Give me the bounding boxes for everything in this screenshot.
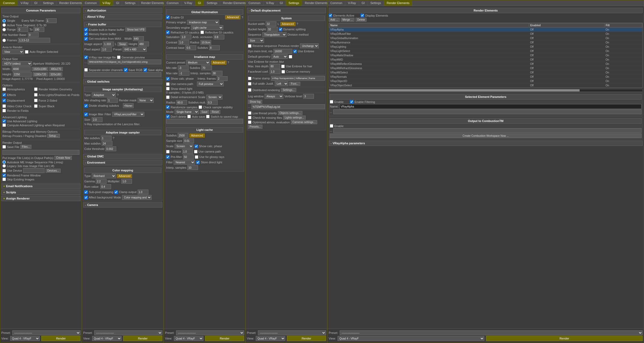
height-input[interactable] (13, 72, 32, 77)
table-row[interactable]: VRayIlluminance Off On (329, 40, 642, 45)
lc-scale-select[interactable]: Screen (175, 144, 193, 149)
devices-btn[interactable]: Devices... (46, 169, 61, 173)
save-path-input[interactable] (2, 150, 79, 155)
tab-render-elements-3[interactable]: Render Elements (220, 0, 249, 6)
bucket-width-input[interactable] (266, 21, 276, 26)
delete-btn[interactable]: Delete (356, 18, 367, 22)
raw-path-input[interactable] (88, 60, 161, 64)
check-missing-check[interactable] (248, 116, 251, 119)
max-tree-input[interactable] (269, 64, 280, 69)
display-elements-check[interactable] (361, 14, 364, 17)
contrast-base-input[interactable] (185, 45, 196, 50)
dist-settings-btn[interactable]: Settings... (281, 88, 296, 92)
render-btn-3[interactable]: Render (205, 336, 244, 341)
tab-render-elements-2[interactable]: Render Elements (138, 0, 167, 6)
tab-settings-3[interactable]: Settings (204, 0, 220, 6)
width-input[interactable] (12, 67, 31, 71)
preset-select-5[interactable]: -------------------- (340, 330, 643, 335)
tab-gi-5[interactable]: GI (359, 0, 368, 6)
create-now-btn[interactable]: Create Now (54, 156, 72, 160)
global-dmc-header[interactable]: - Global DMC (83, 154, 162, 159)
sel-enable-check[interactable] (330, 100, 333, 104)
log-window-select[interactable]: Always (265, 94, 283, 99)
auto-region-check[interactable] (25, 50, 28, 54)
embree-hair-check[interactable] (281, 65, 285, 68)
lc-retrace-input[interactable] (182, 149, 193, 154)
fb-height-input[interactable] (138, 42, 149, 46)
detail-enhance-check[interactable] (166, 95, 170, 99)
tab-render-elements-1[interactable]: Render Elements (57, 0, 85, 6)
global-switches-header[interactable]: - Global switches (83, 79, 162, 84)
table-row[interactable]: VRayMatteShadow Off On (329, 53, 642, 58)
render-btn-2[interactable]: Render (123, 336, 162, 341)
subdivs-mult-input[interactable] (207, 100, 218, 105)
low-thread-check[interactable] (248, 111, 251, 115)
saturation-input[interactable] (181, 35, 191, 39)
auto-save-check[interactable] (187, 115, 191, 118)
lc-filter-select[interactable]: Nearest (174, 160, 195, 165)
dont-delete-check[interactable] (166, 115, 170, 118)
preset-select-3[interactable]: -------------------- (176, 330, 244, 335)
interp-samples-input[interactable] (212, 71, 222, 76)
min-rate-input[interactable] (178, 65, 189, 70)
tab-vray-5[interactable]: V-Ray (345, 0, 359, 6)
frames-input[interactable] (18, 38, 50, 43)
table-row[interactable]: VRayGlobalIllumination Off On (329, 36, 642, 40)
amb-occl-input[interactable] (214, 35, 224, 39)
reverse-seq-check[interactable] (248, 44, 251, 48)
filter-select[interactable]: VRayLanczosFilter (112, 112, 144, 117)
interp-frames-input[interactable] (217, 76, 228, 81)
verbose-input[interactable] (303, 94, 314, 99)
sys-advanced-btn[interactable]: Advanced (280, 22, 295, 26)
effects-check[interactable] (2, 93, 6, 97)
authorization-header[interactable]: - Authorization (83, 8, 162, 13)
merge-btn[interactable]: Merge ... (341, 18, 354, 22)
lc-use-camera-check[interactable] (194, 150, 197, 153)
current-preset-select[interactable]: Medium (186, 60, 210, 65)
table-row[interactable]: VRayMtlRefractGlossiness Off On (329, 66, 642, 71)
res-320-btn[interactable]: 320x180 (49, 72, 62, 76)
atmospherics-check[interactable] (2, 87, 6, 91)
displacement-check[interactable] (2, 99, 6, 102)
tab-vray-3[interactable]: V-Ray (182, 0, 195, 6)
combustion-path-input[interactable] (333, 128, 642, 133)
scripts-header[interactable]: + Scripts (1, 190, 80, 195)
tab-gi-1[interactable]: GI (32, 0, 41, 6)
fb-preset-select[interactable]: 640 x 480 (123, 47, 147, 52)
add-btn[interactable]: Add ... (329, 18, 340, 22)
render-to-fields-check[interactable] (2, 109, 6, 112)
default-geom-select[interactable]: Auto (272, 54, 288, 59)
embree-motion-check[interactable] (289, 55, 292, 58)
color-threshold-input[interactable] (105, 146, 116, 151)
video-color-check[interactable] (2, 104, 6, 108)
div-method-select[interactable]: Size (248, 38, 264, 43)
tab-settings-4[interactable]: Settings (286, 0, 302, 6)
use-device-check[interactable] (2, 169, 6, 172)
frame-stamp-check[interactable] (248, 77, 251, 80)
show-log-btn[interactable]: Show log (248, 100, 262, 104)
view-select-2[interactable]: Quad 4 - VRayF (92, 336, 122, 341)
mode-irr-select[interactable]: Single frame (175, 109, 199, 114)
view-select-5[interactable]: Quad 4 - VRayF (338, 336, 485, 341)
device-input[interactable] (23, 168, 45, 173)
res-1280-btn[interactable]: 1280x720 (33, 72, 48, 76)
skip-existing-check[interactable] (2, 178, 6, 181)
affect-bg-check[interactable] (84, 196, 88, 199)
default-displacement-header[interactable]: - Default displacement (247, 8, 326, 13)
range-from-input[interactable] (17, 27, 28, 32)
preset-select-2[interactable]: -------------------- (94, 330, 162, 335)
sep-channels-path-input[interactable] (84, 72, 161, 77)
radius-gi-input[interactable] (200, 40, 211, 45)
primary-engine-select[interactable]: Irradiance map (187, 20, 219, 25)
cm-advanced-btn[interactable]: Advanced (117, 174, 132, 178)
full-preview-select[interactable]: Full preview (197, 82, 224, 86)
randomize-check[interactable] (166, 105, 170, 109)
rendered-frame-check[interactable] (2, 174, 6, 177)
face-level-input[interactable] (270, 69, 280, 74)
secondary-engine-select[interactable]: Light cache (191, 25, 223, 30)
lc-store-direct-check[interactable] (196, 161, 200, 164)
output-preset-select[interactable]: HDTV (video) (2, 61, 32, 66)
render-btn-4[interactable]: Render (287, 336, 326, 341)
fb-width-input[interactable] (133, 36, 144, 41)
distributed-check[interactable] (248, 88, 251, 92)
